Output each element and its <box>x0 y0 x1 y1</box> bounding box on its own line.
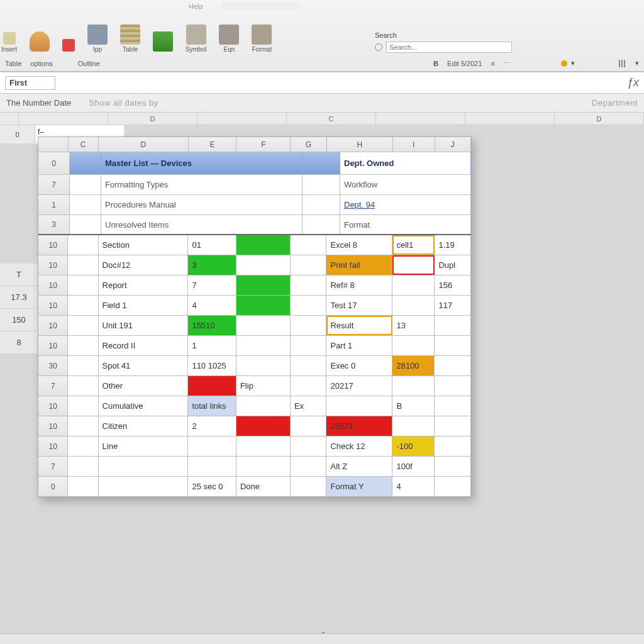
cell[interactable]: 25 sec 0 <box>188 477 236 496</box>
cell[interactable] <box>236 416 291 436</box>
cell[interactable]: 01 <box>188 235 236 255</box>
cell[interactable] <box>236 296 291 315</box>
cell[interactable] <box>435 477 471 496</box>
ws-row-hdr[interactable]: 10 <box>38 416 68 436</box>
ws-row-hdr[interactable]: 7 <box>38 376 68 396</box>
cell[interactable] <box>188 436 236 456</box>
cell[interactable] <box>291 436 327 456</box>
cell[interactable]: Format Y <box>326 477 392 496</box>
cell[interactable] <box>68 356 98 375</box>
cell[interactable]: 4 <box>188 296 236 315</box>
cell[interactable]: 4 <box>392 477 435 496</box>
ws-row-hdr[interactable]: 10 <box>38 296 68 315</box>
ribbon-btn-6[interactable] <box>153 31 173 53</box>
ws-col[interactable]: F <box>236 137 291 152</box>
tb2-options[interactable]: options <box>30 60 52 67</box>
search-input[interactable] <box>386 42 512 53</box>
cell[interactable] <box>236 235 291 255</box>
tb2-outline[interactable]: Outline <box>78 60 100 67</box>
ws-row-hdr[interactable]: 0 <box>38 477 68 496</box>
outer-row-hdr[interactable]: 0 <box>0 125 35 144</box>
cell[interactable] <box>291 235 327 255</box>
ws-col[interactable]: D <box>99 137 189 152</box>
cell[interactable] <box>435 416 471 436</box>
cell[interactable] <box>70 175 101 194</box>
ws-row-hdr[interactable]: 10 <box>38 436 68 456</box>
cell[interactable]: 7 <box>188 275 236 295</box>
outer-row-hdr[interactable]: 8 <box>0 331 38 354</box>
cell[interactable] <box>303 152 340 174</box>
cell[interactable]: 23571 <box>326 416 392 436</box>
cell[interactable] <box>392 255 435 275</box>
cell[interactable]: Check 12 <box>326 436 392 456</box>
align-icon[interactable]: ≡ <box>491 60 495 67</box>
cell[interactable]: B <box>392 396 435 416</box>
cell[interactable]: cell1 <box>392 235 435 255</box>
cell[interactable] <box>291 376 327 396</box>
cell[interactable] <box>392 416 435 436</box>
cell[interactable] <box>236 336 291 355</box>
cell[interactable] <box>68 457 98 476</box>
cell[interactable] <box>291 477 327 496</box>
cell[interactable] <box>68 296 98 315</box>
cell[interactable] <box>68 416 98 436</box>
ribbon-ipp[interactable]: Ipp <box>87 25 108 53</box>
cell[interactable] <box>291 336 327 355</box>
cell[interactable]: Procedures Manual <box>101 195 303 214</box>
title-right-cell[interactable]: Dept. Owned <box>340 152 471 174</box>
cell[interactable]: Unresolved Items <box>101 215 303 234</box>
cell[interactable] <box>291 316 327 335</box>
cell[interactable] <box>68 235 98 255</box>
filter-right[interactable]: Department <box>592 98 638 108</box>
cell[interactable] <box>68 396 98 416</box>
ws-row-hdr[interactable]: 7 <box>38 175 70 194</box>
cell[interactable]: Part 1 <box>326 336 392 355</box>
ws-col[interactable]: J <box>435 137 471 152</box>
cell[interactable] <box>188 457 236 476</box>
cell[interactable]: Workflow <box>340 175 471 194</box>
cell[interactable]: 15510 <box>188 316 236 335</box>
ws-row-hdr[interactable]: 10 <box>38 336 68 355</box>
outer-row-hdr[interactable]: 150 <box>0 309 38 331</box>
cell[interactable] <box>291 416 327 436</box>
ribbon-tab[interactable]: Help <box>189 3 203 10</box>
outer-col[interactable] <box>376 113 465 125</box>
cell[interactable] <box>392 376 435 396</box>
cell[interactable]: Dept. 94 <box>340 195 471 214</box>
cell[interactable]: 110 1025 <box>188 356 236 375</box>
ws-row-hdr[interactable]: 10 <box>38 255 68 275</box>
name-box[interactable]: First <box>5 76 55 90</box>
cell[interactable] <box>68 376 98 396</box>
cell[interactable] <box>68 336 98 355</box>
cell[interactable] <box>236 255 291 275</box>
cell[interactable]: Doc#12 <box>99 255 189 275</box>
cell[interactable]: Result <box>326 316 392 335</box>
cell[interactable] <box>99 457 189 476</box>
ws-row-hdr[interactable]: 10 <box>38 316 68 335</box>
cell[interactable]: Record II <box>99 336 189 355</box>
fx-icon[interactable]: ƒx <box>627 76 639 89</box>
outer-row-hdr[interactable]: T <box>0 264 38 286</box>
cell[interactable]: Excel 8 <box>326 235 392 255</box>
cell[interactable] <box>435 457 471 476</box>
cell[interactable]: Formatting Types <box>101 175 303 194</box>
cell[interactable]: Ref# 8 <box>326 275 392 295</box>
cell[interactable]: 28100 <box>392 356 435 375</box>
color-picker-icon[interactable] <box>561 60 567 67</box>
cell[interactable]: Spot 41 <box>99 356 189 375</box>
cell[interactable]: Test 17 <box>326 296 392 315</box>
cell[interactable]: Cumulative <box>99 396 189 416</box>
cell[interactable]: 117 <box>435 296 471 315</box>
cell[interactable] <box>70 195 101 214</box>
cell[interactable]: Print fail <box>326 255 392 275</box>
cell[interactable] <box>435 356 471 375</box>
cell[interactable] <box>291 457 327 476</box>
cell[interactable] <box>68 316 98 335</box>
title-cell[interactable]: Master List — Devices <box>101 152 303 174</box>
cell[interactable]: 20217 <box>326 376 392 396</box>
cell[interactable]: Section <box>99 235 189 255</box>
cell[interactable] <box>435 436 471 456</box>
cell[interactable]: 156 <box>435 275 471 295</box>
cell[interactable]: Citizen <box>99 416 189 436</box>
cell[interactable] <box>70 152 101 174</box>
